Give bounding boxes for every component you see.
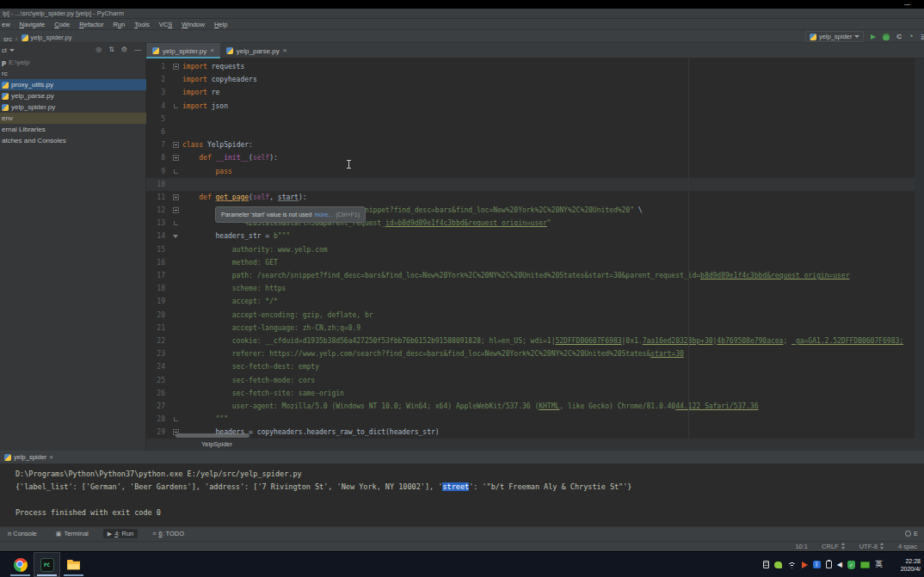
tree-item-src-folder[interactable]: rc	[0, 68, 146, 79]
bluetooth-icon[interactable]: ᛒ	[813, 561, 821, 568]
run-icon[interactable]	[871, 34, 876, 40]
status-crlf[interactable]: CRLF	[822, 543, 846, 550]
tree-item-root[interactable]: p E:\yelp	[0, 57, 146, 68]
fold-marker-icon[interactable]	[173, 142, 179, 148]
code-line[interactable]: 21 accept-language: zh-CN,zh;q=0.9	[146, 322, 924, 335]
settings-icon[interactable]: ⚙	[121, 43, 127, 57]
code-line[interactable]: 7class YelpSpider:	[146, 138, 924, 151]
shield-icon[interactable]: ✓	[847, 561, 855, 569]
code-line[interactable]: 5	[146, 113, 924, 126]
code-line[interactable]: 14 headers_str = b"""	[146, 230, 924, 242]
fold-marker-icon[interactable]	[173, 429, 179, 435]
tree-item-yelp-spider[interactable]: yelp_spider.py	[0, 101, 146, 113]
alert-icon[interactable]	[802, 562, 808, 568]
code-line[interactable]: 26 sec-fetch-site: same-origin	[146, 387, 924, 400]
tree-item-scratches[interactable]: atches and Consoles	[0, 135, 146, 146]
tree-item-yelp-parse[interactable]: yelp_parse.py	[0, 90, 146, 101]
wechat-icon[interactable]	[774, 562, 782, 568]
inspection-more-link[interactable]: more...	[314, 212, 333, 218]
code-line[interactable]: 3import re	[146, 86, 924, 99]
toolwindow-terminal[interactable]: ▣Terminal	[52, 529, 93, 538]
toolwindow-run[interactable]: ▶4: Run	[103, 529, 139, 538]
code-line[interactable]: 28 """	[146, 413, 924, 426]
menu-item-code[interactable]: Code	[54, 21, 70, 28]
debug-icon[interactable]	[883, 34, 890, 40]
taskbar-chrome[interactable]	[7, 552, 34, 577]
book-icon[interactable]	[763, 561, 769, 568]
fold-marker-icon[interactable]	[173, 155, 179, 161]
code-line[interactable]: 6	[146, 126, 924, 138]
fold-marker-icon[interactable]	[173, 235, 178, 238]
code-line[interactable]: 11 def get_page(self, start):	[146, 191, 924, 204]
code-line[interactable]: 20 accept-encoding: gzip, deflate, br	[146, 309, 924, 322]
locate-icon[interactable]: ◎	[95, 43, 102, 57]
clipboard-icon[interactable]	[826, 561, 832, 568]
code-line[interactable]: 1import requests	[146, 60, 924, 73]
profiler-icon[interactable]: ◔	[909, 33, 913, 40]
breadcrumb-file[interactable]: yelp_spider.py	[22, 34, 72, 41]
code-line[interactable]: 10	[146, 178, 924, 191]
code-editor[interactable]: Parameter 'start' value is not used more…	[146, 58, 924, 439]
code-line[interactable]: 16 method: GET	[146, 256, 924, 269]
code-line[interactable]: 23 referer: https://www.yelp.com/search?…	[146, 347, 924, 360]
code-line[interactable]: 24 sec-fetch-dest: empty	[146, 360, 924, 373]
close-icon[interactable]: ×	[283, 47, 287, 54]
fold-marker-icon[interactable]	[173, 64, 179, 70]
code-line[interactable]: 27 user-agent: Mozilla/5.0 (Windows NT 1…	[146, 400, 924, 413]
card-icon[interactable]	[860, 562, 870, 568]
menu-item-window[interactable]: Window	[182, 21, 205, 28]
code-line[interactable]: 2import copyheaders	[146, 73, 924, 86]
menu-item-tools[interactable]: Tools	[134, 21, 150, 28]
toolwindow-todo[interactable]: ≡6: TODO	[148, 529, 188, 538]
tab-yelp_spider-py[interactable]: yelp_spider.py×	[146, 43, 220, 58]
run-tab[interactable]: yelp_spider ×	[4, 453, 53, 461]
code-line[interactable]: 4import json	[146, 100, 924, 113]
close-icon[interactable]: ×	[210, 47, 214, 54]
tab-yelp_parse-py[interactable]: yelp_parse.py×	[220, 43, 293, 58]
menu-item-refactor[interactable]: Refactor	[79, 21, 103, 28]
fold-marker-icon[interactable]	[174, 221, 178, 225]
code-line[interactable]: 18 scheme: https	[146, 282, 924, 295]
event-log-button[interactable]: E	[905, 530, 924, 537]
code-line[interactable]: 25 sec-fetch-mode: cors	[146, 374, 924, 387]
tree-item-proxy-utils[interactable]: proxy_utils.py	[0, 79, 146, 90]
tree-item-venv[interactable]: env	[0, 113, 146, 124]
editor-horizontal-scrollbar[interactable]	[176, 433, 249, 438]
close-icon[interactable]: ×	[49, 453, 53, 461]
toolwindow-nconsole[interactable]: n Console	[3, 529, 41, 538]
run-console-output[interactable]: D:\Programs\Python\Python37\python.exe E…	[0, 463, 924, 526]
breadcrumb-src[interactable]: src	[3, 35, 12, 43]
run-configuration-select[interactable]: yelp_spider	[805, 31, 864, 42]
taskbar-explorer[interactable]	[60, 552, 87, 577]
volume-icon[interactable]: ◀	[837, 561, 842, 568]
taskbar-clock[interactable]: 22:28 2020/4/	[888, 557, 921, 573]
code-line[interactable]: 29 headers = copyheaders.headers_raw_to_…	[146, 426, 924, 439]
more-icon[interactable]: ≣	[920, 33, 924, 41]
taskbar-pycharm[interactable]	[34, 552, 60, 577]
code-line[interactable]: 15 authority: www.yelp.com	[146, 243, 924, 256]
editor-breadcrumb[interactable]: YelpSpider	[146, 439, 924, 451]
status-4spac[interactable]: 4 spac	[898, 543, 917, 550]
menu-item-navigate[interactable]: Navigate	[20, 21, 46, 28]
project-panel-header[interactable]: ct ◎⇅⚙—	[0, 43, 146, 57]
tree-item-external-libraries[interactable]: ernal Libraries	[0, 124, 146, 135]
menu-item-vcs[interactable]: VCS	[159, 21, 172, 28]
hide-icon[interactable]: —	[134, 43, 141, 57]
menu-item-help[interactable]: Help	[214, 21, 227, 28]
code-line[interactable]: 9 pass	[146, 165, 924, 178]
coverage-icon[interactable]: C	[896, 33, 902, 40]
fold-marker-icon[interactable]	[173, 207, 179, 213]
editor-vertical-scrollbar[interactable]	[915, 58, 924, 439]
collapse-icon[interactable]: ⇅	[108, 43, 114, 57]
fold-marker-icon[interactable]	[174, 169, 178, 174]
code-line[interactable]: 19 accept: */*	[146, 295, 924, 308]
status-utf8[interactable]: UTF-8	[859, 543, 884, 550]
menu-item-ew[interactable]: ew	[2, 21, 10, 28]
minimize-button[interactable]: —	[904, 0, 910, 9]
fold-marker-icon[interactable]	[174, 104, 178, 108]
fold-marker-icon[interactable]	[173, 194, 179, 200]
code-line[interactable]: 17 path: /search/snippet?find_desc=bars&…	[146, 269, 924, 282]
status-101[interactable]: 10:1	[795, 543, 808, 550]
wifi-icon[interactable]	[787, 561, 797, 568]
menu-item-run[interactable]: Run	[114, 21, 126, 28]
